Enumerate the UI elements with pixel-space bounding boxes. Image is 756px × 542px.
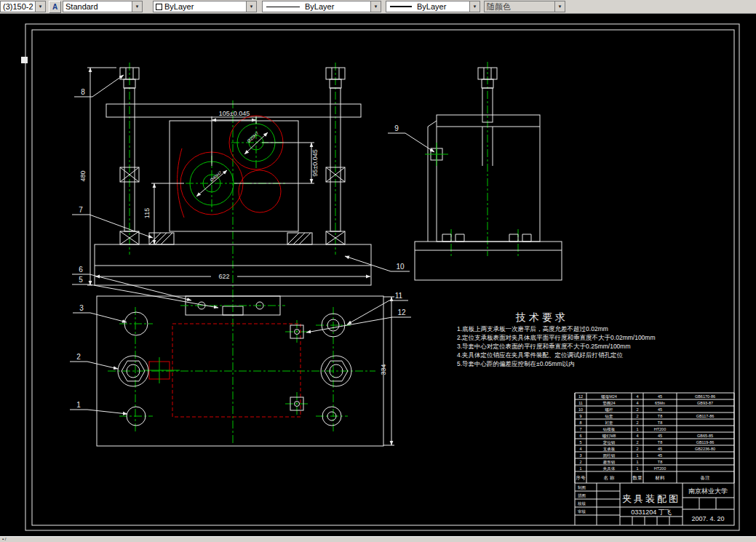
bom-cell: 2: [636, 447, 638, 451]
bom-cell: 材料: [655, 475, 666, 481]
bom-table: 序号名 称数量材料备注12螺母M24445GB6170-8611垫圈24465M…: [575, 393, 734, 483]
status-bar: ▪ /: [0, 536, 756, 542]
callout-8: 8: [81, 88, 85, 96]
dimension-95: 95±0.045: [234, 143, 319, 183]
sign-label-4: 审核: [578, 509, 586, 514]
style-control-value: Standard: [63, 1, 132, 12]
drawing-date: 2007. 4. 20: [691, 515, 724, 522]
color-dropdown-arrow-icon[interactable]: ▼: [246, 1, 256, 12]
base-screws: [442, 234, 531, 242]
bom-cell: 45: [658, 453, 662, 458]
sign-label-3: 校核: [577, 501, 586, 506]
top-toolbar: (3)150-2 ▼ A Standard ▼ ByLayer ▼ ByLaye…: [0, 0, 756, 14]
bom-cell: 2: [636, 414, 638, 418]
color-swatch-icon: [156, 4, 162, 10]
style-dropdown-arrow-icon[interactable]: ▼: [132, 1, 142, 12]
base-side: [415, 242, 562, 280]
linetype-dropdown-arrow-icon[interactable]: ▼: [370, 1, 381, 12]
style-manager-button[interactable]: A: [49, 1, 61, 13]
linetype-control[interactable]: ByLayer ▼: [262, 1, 381, 12]
drawing-canvas: Ø40H7 Ø25H7 105±0.045 95±0.045 480 115 6…: [0, 0, 756, 542]
callout-11: 11: [395, 292, 403, 300]
drawing-number: 0331204 丁飞: [631, 509, 672, 516]
support-block-left: [149, 233, 174, 244]
bom-cell: 1: [579, 466, 581, 471]
callout-7: 7: [79, 206, 83, 214]
bom-cell: 4: [636, 394, 638, 399]
bom-cell: 衬套: [605, 421, 614, 426]
dimension-622-text: 622: [218, 273, 229, 280]
callout-10: 10: [396, 263, 405, 271]
color-control-value: ByLayer: [162, 1, 246, 12]
bom-cell: GB119-86: [696, 440, 715, 445]
bom-cell: T8: [658, 440, 662, 445]
bore-dim-text-1: Ø40H7: [210, 170, 223, 183]
locating-pad-centerlines: [425, 143, 448, 166]
status-left-text: ▪ /: [2, 537, 6, 541]
dimension-95-text: 95±0.045: [311, 149, 319, 176]
layer-control-value: (3)150-2: [1, 1, 35, 12]
bom-cell: 1: [636, 466, 638, 471]
angle-plate: [428, 121, 437, 242]
bom-cell: 螺母M24: [601, 394, 617, 399]
bom-cell: 9: [579, 414, 581, 418]
bom-cell: 备注: [701, 475, 711, 481]
tech-line-4: 4.夹具体定位销应在夹具零件装配、定位调试好后打销孔定位: [457, 351, 624, 359]
bom-cell: 钻套: [605, 414, 614, 418]
bom-cell: 螺杆: [605, 407, 614, 412]
bom-cell: 45: [658, 407, 662, 412]
bom-cell: 5: [579, 440, 581, 445]
bom-cell: 螺钉M8: [602, 434, 616, 438]
dimension-480-text: 480: [79, 170, 87, 181]
layer-control[interactable]: (3)150-2 ▼: [0, 1, 46, 12]
layer-dropdown-arrow-icon[interactable]: ▼: [35, 1, 45, 12]
drawing-title: 夹具装配图: [622, 493, 680, 504]
lineweight-control[interactable]: ByLayer ▼: [386, 1, 480, 12]
callout-12: 12: [397, 308, 406, 316]
bom-cell: 2: [636, 407, 638, 412]
callout-6: 6: [79, 266, 83, 274]
bom-cell: T8: [658, 414, 662, 418]
tech-title: 技术要求: [515, 311, 568, 323]
style-control[interactable]: Standard ▼: [63, 1, 143, 12]
dimension-480: 480: [79, 68, 116, 285]
bom-cell: T8: [658, 460, 662, 464]
bom-cell: 数量: [632, 475, 643, 480]
bom-cell: 定位销: [603, 440, 616, 445]
body-block: [437, 115, 540, 242]
plan-view: [97, 296, 383, 446]
tech-line-5: 5.导套中心距的偏差应控制在±0.05mm以内: [457, 360, 574, 367]
workpiece-phantom: [172, 324, 301, 417]
text-style-icon: A: [52, 3, 57, 11]
bom-cell: GB117-86: [696, 414, 715, 418]
bom-cell: 垫圈24: [602, 401, 615, 406]
lineweight-dropdown-arrow-icon[interactable]: ▼: [469, 1, 480, 12]
bom-cell: 2: [636, 421, 638, 425]
bom-cell: GB65-85: [697, 434, 713, 438]
bom-cell: 夹具体: [603, 466, 616, 471]
bom-cell: 4: [579, 447, 581, 451]
title-block: 序号名 称数量材料备注12螺母M24445GB6170-8611垫圈24465M…: [575, 393, 734, 525]
bom-cell: 12: [578, 394, 583, 399]
bom-cell: 10: [578, 407, 583, 412]
bom-cell: 45: [658, 447, 662, 451]
organization: 南京林业大学: [688, 487, 728, 495]
bom-cell: 6: [579, 434, 581, 438]
plotstyle-control-value: 随颜色: [485, 1, 554, 12]
callout-9: 9: [394, 124, 399, 132]
dimension-115-text: 115: [143, 208, 151, 218]
bom-cell: 4: [636, 401, 638, 405]
bom-cell: 11: [578, 401, 583, 405]
bom-cell: GB2236-80: [695, 447, 715, 451]
bom-cell: 圆柱销: [603, 453, 616, 458]
jig-plate: [170, 121, 298, 231]
bom-cell: GB93-87: [697, 401, 713, 405]
bom-cell: 7: [579, 427, 581, 431]
bom-cell: 8: [579, 421, 581, 425]
callout-2: 2: [76, 353, 81, 361]
color-control[interactable]: ByLayer ▼: [153, 1, 257, 12]
plotstyle-control: 随颜色 ▼: [484, 1, 565, 12]
sign-label-1: 制图: [578, 485, 586, 490]
bom-cell: 序号: [576, 475, 586, 480]
side-clamp-centerlines: [145, 357, 180, 383]
